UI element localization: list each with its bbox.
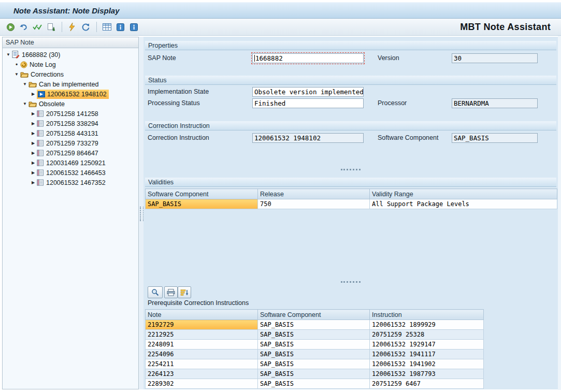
- cell-instruction[interactable]: 120061532 1941902: [370, 359, 484, 369]
- tree-item-label[interactable]: 20751259 733279: [46, 139, 98, 148]
- column-header[interactable]: Software Component: [258, 310, 370, 320]
- tree-item-label[interactable]: 1668882 (30): [22, 50, 60, 60]
- execute-icon[interactable]: [4, 21, 17, 33]
- expander-closed-icon[interactable]: ▶: [30, 141, 37, 146]
- column-header[interactable]: Software Component: [146, 189, 258, 199]
- undo-icon[interactable]: [18, 21, 30, 33]
- tree-item-label[interactable]: Note Log: [30, 60, 56, 69]
- expander-closed-icon[interactable]: ▶: [30, 151, 37, 155]
- tree-item-note-log[interactable]: • Note Log: [3, 60, 138, 69]
- tree-item-selected-correction[interactable]: ▶ 120061532 1948102: [3, 89, 138, 99]
- cell-note[interactable]: 2264123: [146, 369, 258, 379]
- cell-software-component[interactable]: SAP_BASIS: [258, 320, 370, 330]
- tree-item[interactable]: ▶ 20751258 338294: [3, 119, 138, 128]
- cell-software-component[interactable]: SAP_BASIS: [258, 330, 370, 340]
- cell-note[interactable]: 2254211: [146, 359, 258, 369]
- find-button[interactable]: [148, 286, 163, 298]
- tree-item-label[interactable]: 20751258 141258: [46, 109, 98, 119]
- prereq-row[interactable]: 2289302 SAP_BASIS 20751259 6467: [146, 379, 484, 389]
- cell-software-component[interactable]: SAP_BASIS: [258, 340, 370, 350]
- expander-open-icon[interactable]: ▼: [21, 82, 28, 86]
- expander-closed-icon[interactable]: ▶: [30, 131, 37, 136]
- cell-software-component[interactable]: SAP_BASIS: [146, 199, 258, 209]
- tree-item[interactable]: ▶ 120061532 1467352: [3, 178, 138, 187]
- splitter-dots-icon[interactable]: [341, 169, 361, 170]
- cell-instruction[interactable]: 20751259 25328: [370, 330, 484, 340]
- selected-tree-item[interactable]: 120061532 1948102: [37, 90, 109, 99]
- cell-note[interactable]: 2254096: [146, 350, 258, 359]
- tree-item-label[interactable]: 20751259 864647: [46, 149, 98, 158]
- table-view-icon[interactable]: [100, 21, 113, 33]
- sap-note-input[interactable]: 1668882: [252, 53, 364, 63]
- cell-instruction[interactable]: 20751259 6467: [370, 379, 484, 389]
- prereq-row[interactable]: 2192729 SAP_BASIS 120061532 1899929: [146, 320, 484, 330]
- cell-software-component[interactable]: SAP_BASIS: [258, 379, 370, 389]
- print-button[interactable]: [164, 286, 178, 298]
- cell-note[interactable]: 2192729: [146, 320, 258, 330]
- expander-closed-icon[interactable]: ▶: [30, 92, 37, 96]
- software-component-field[interactable]: SAP_BASIS: [452, 133, 538, 143]
- cell-instruction[interactable]: 120061532 1929147: [370, 340, 484, 350]
- tree-item-can-be-implemented[interactable]: ▼ Can be implemented: [3, 79, 138, 89]
- tree-item-label[interactable]: 20751258 338294: [46, 119, 98, 128]
- tree-item[interactable]: ▶ 20751259 733279: [3, 138, 138, 148]
- tree-item-label[interactable]: 120061532 1466453: [46, 168, 106, 178]
- cell-instruction[interactable]: 120061532 1899929: [370, 320, 484, 330]
- tree-item-obsolete[interactable]: ▼ Obsolete: [3, 99, 138, 109]
- cell-software-component[interactable]: SAP_BASIS: [258, 350, 370, 359]
- tree-item[interactable]: ▶ 120061532 1466453: [3, 168, 138, 178]
- tree-item[interactable]: ▶ 20751259 864647: [3, 148, 138, 158]
- expander-open-icon[interactable]: ▼: [13, 72, 20, 77]
- splitter-dots-icon[interactable]: [341, 281, 361, 283]
- cell-instruction[interactable]: 120061532 1941117: [370, 350, 484, 359]
- implementation-state-field[interactable]: Obsolete version implemented: [252, 87, 364, 97]
- column-header[interactable]: Instruction: [370, 310, 484, 320]
- tree-item-label[interactable]: Corrections: [31, 70, 64, 79]
- tree-item[interactable]: ▶ 20751258 141258: [3, 109, 138, 119]
- prereq-row[interactable]: 2254211 SAP_BASIS 120061532 1941902: [146, 359, 484, 369]
- tree-item-label[interactable]: 120061532 1467352: [46, 178, 106, 187]
- vertical-splitter[interactable]: [139, 37, 143, 389]
- tree-item-corrections[interactable]: ▼ Corrections: [3, 69, 138, 79]
- version-field[interactable]: 30: [452, 53, 538, 63]
- expander-open-icon[interactable]: ▼: [5, 52, 12, 57]
- activate-icon[interactable]: [66, 21, 78, 33]
- expander-closed-icon[interactable]: ▶: [30, 111, 37, 116]
- prereq-row[interactable]: 2212925 SAP_BASIS 20751259 25328: [146, 330, 484, 340]
- prereq-row[interactable]: 2254096 SAP_BASIS 120061532 1941117: [146, 350, 484, 359]
- refresh-icon[interactable]: [79, 21, 92, 33]
- cell-instruction[interactable]: 120061532 1987793: [370, 369, 484, 379]
- expander-open-icon[interactable]: ▼: [21, 101, 28, 106]
- cell-release[interactable]: 750: [258, 199, 370, 209]
- column-header[interactable]: Validity Range: [370, 189, 557, 199]
- expander-closed-icon[interactable]: ▶: [30, 161, 37, 165]
- column-header[interactable]: Note: [146, 310, 258, 320]
- tree-item-root[interactable]: ▼ 1668882 (30): [3, 50, 138, 60]
- system-info-icon[interactable]: [127, 21, 140, 33]
- validities-row[interactable]: SAP_BASIS 750 All Support Package Levels: [146, 199, 557, 209]
- expander-closed-icon[interactable]: ▶: [30, 170, 37, 175]
- column-header[interactable]: Release: [258, 189, 370, 199]
- tree-item[interactable]: ▶ 120031469 1250921: [3, 158, 138, 168]
- double-check-icon[interactable]: [31, 21, 44, 33]
- expander-closed-icon[interactable]: ▶: [30, 180, 37, 185]
- tree-item[interactable]: ▶ 20751258 443131: [3, 128, 138, 138]
- processor-field[interactable]: BERNARDMA: [452, 98, 538, 108]
- correction-instruction-field[interactable]: 120061532 1948102: [252, 133, 364, 143]
- cell-note[interactable]: 2248091: [146, 340, 258, 350]
- tree-item-label[interactable]: Can be implemented: [39, 80, 98, 89]
- info-icon[interactable]: [114, 21, 126, 33]
- cell-validity-range[interactable]: All Support Package Levels: [370, 199, 557, 209]
- cell-software-component[interactable]: SAP_BASIS: [258, 359, 370, 369]
- cell-software-component[interactable]: SAP_BASIS: [258, 369, 370, 379]
- sort-button[interactable]: [178, 286, 191, 298]
- cell-note[interactable]: 2289302: [146, 379, 258, 389]
- tree-item-label[interactable]: Obsolete: [39, 99, 65, 109]
- processing-status-field[interactable]: Finished: [252, 98, 364, 108]
- upload-icon[interactable]: [45, 21, 57, 33]
- expander-closed-icon[interactable]: ▶: [30, 121, 37, 126]
- tree-item-label[interactable]: 120031469 1250921: [46, 158, 106, 168]
- tree-item-label[interactable]: 20751258 443131: [46, 129, 98, 138]
- tree-item-label[interactable]: 120061532 1948102: [47, 90, 107, 99]
- prereq-row[interactable]: 2248091 SAP_BASIS 120061532 1929147: [146, 340, 484, 350]
